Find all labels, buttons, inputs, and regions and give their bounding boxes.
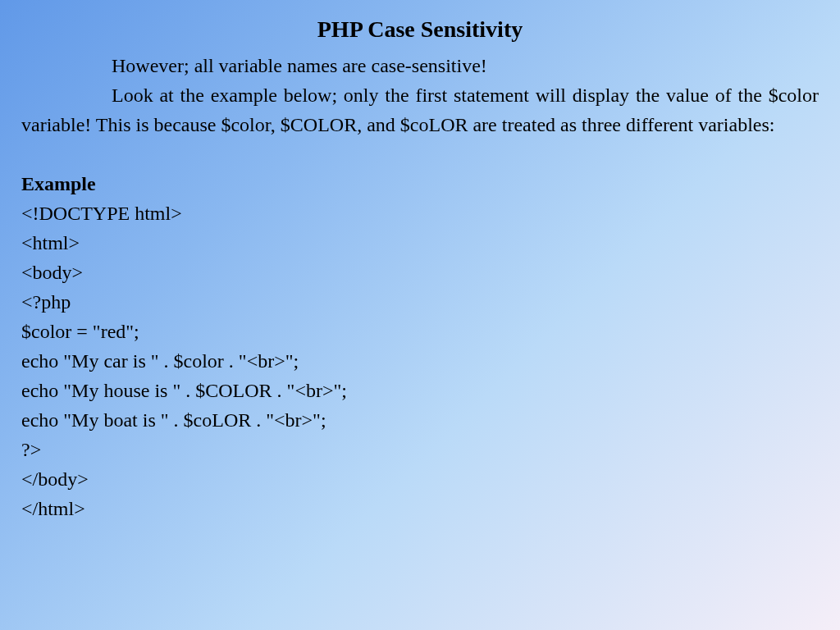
example-heading: Example [21, 169, 819, 199]
para-line-2: Look at the example below; only the firs… [21, 84, 819, 135]
code-line-6: echo "My car is " . $color . "<br>"; [21, 346, 819, 376]
para-line-1: However; all variable names are case-sen… [112, 55, 487, 76]
code-line-1: <!DOCTYPE html> [21, 199, 819, 228]
code-line-7: echo "My house is " . $COLOR . "<br>"; [21, 376, 819, 405]
code-line-10: </body> [21, 464, 819, 494]
code-line-3: <body> [21, 258, 819, 287]
intro-paragraph: However; all variable names are case-sen… [21, 51, 819, 139]
code-line-8: echo "My boat is " . $coLOR . "<br>"; [21, 405, 819, 435]
code-line-11: </html> [21, 494, 819, 523]
slide-title: PHP Case Sensitivity [21, 16, 819, 43]
code-line-9: ?> [21, 435, 819, 464]
code-line-2: <html> [21, 228, 819, 258]
code-line-4: <?php [21, 287, 819, 317]
code-line-5: $color = "red"; [21, 317, 819, 346]
